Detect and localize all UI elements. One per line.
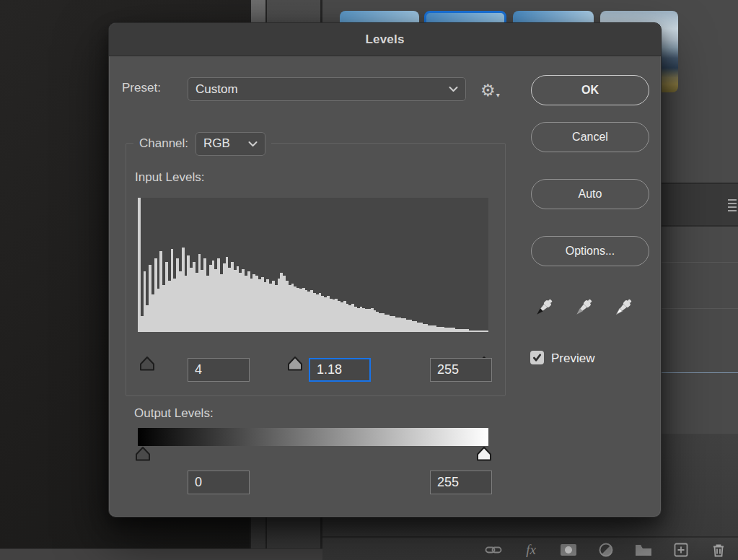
black-point-eyedropper-icon[interactable] bbox=[531, 295, 555, 321]
photoshop-workspace: { "dialog": { "title": "Levels", "preset… bbox=[0, 0, 738, 560]
input-gamma-slider[interactable] bbox=[286, 356, 304, 372]
output-black-point-slider[interactable] bbox=[134, 446, 151, 462]
options-button[interactable]: Options... bbox=[531, 236, 649, 266]
dialog-title: Levels bbox=[365, 32, 404, 47]
channel-label: Channel: bbox=[139, 136, 188, 151]
auto-button[interactable]: Auto bbox=[531, 179, 649, 209]
channel-value: RGB bbox=[203, 136, 230, 151]
adjustment-layer-icon[interactable] bbox=[597, 542, 615, 558]
output-levels-label: Output Levels: bbox=[134, 406, 214, 421]
ok-button[interactable]: OK bbox=[531, 75, 649, 105]
preset-options-menu-button[interactable]: ⚙ ▾ bbox=[480, 77, 500, 101]
gray-point-eyedropper-icon[interactable] bbox=[571, 295, 595, 321]
chevron-down-icon bbox=[248, 141, 258, 147]
input-black-point-slider[interactable] bbox=[139, 356, 156, 372]
input-black-point-field[interactable] bbox=[188, 358, 250, 382]
checkmark-icon bbox=[532, 353, 542, 362]
cancel-button[interactable]: Cancel bbox=[531, 122, 649, 152]
output-gradient-bar bbox=[138, 428, 488, 446]
preset-select[interactable]: Custom bbox=[188, 77, 466, 101]
dialog-titlebar[interactable]: Levels bbox=[109, 23, 661, 56]
status-bar bbox=[0, 548, 322, 560]
output-white-point-slider[interactable] bbox=[475, 446, 493, 462]
input-levels-label: Input Levels: bbox=[135, 170, 204, 185]
output-black-point-field[interactable] bbox=[188, 471, 250, 494]
preview-label: Preview bbox=[551, 351, 594, 366]
delete-layer-icon[interactable] bbox=[710, 542, 727, 558]
new-layer-icon[interactable] bbox=[672, 542, 690, 558]
levels-dialog: Levels Preset: Custom ⚙ ▾ OK Cancel Auto… bbox=[108, 22, 662, 517]
input-gamma-field[interactable] bbox=[309, 358, 371, 382]
white-point-eyedropper-icon[interactable] bbox=[610, 295, 635, 321]
histogram-baseline bbox=[138, 331, 488, 332]
preset-label: Preset: bbox=[122, 81, 161, 95]
input-white-point-field[interactable] bbox=[430, 358, 492, 382]
panel-menu-icon[interactable] bbox=[728, 197, 737, 214]
link-layers-icon[interactable] bbox=[485, 542, 502, 558]
gear-icon: ⚙ bbox=[480, 79, 496, 101]
chevron-down-icon bbox=[449, 86, 458, 92]
group-folder-icon[interactable] bbox=[635, 542, 652, 558]
caret-down-icon: ▾ bbox=[496, 89, 500, 101]
preset-value: Custom bbox=[196, 82, 238, 97]
channel-select[interactable]: RGB bbox=[196, 132, 265, 156]
preview-checkbox[interactable] bbox=[530, 351, 544, 364]
layers-panel-footer: fx bbox=[322, 536, 738, 560]
output-white-point-field[interactable] bbox=[430, 471, 492, 494]
layer-mask-icon[interactable] bbox=[560, 542, 577, 558]
layer-effects-icon[interactable]: fx bbox=[522, 542, 540, 558]
histogram bbox=[138, 198, 488, 332]
fx-label: fx bbox=[526, 542, 536, 558]
